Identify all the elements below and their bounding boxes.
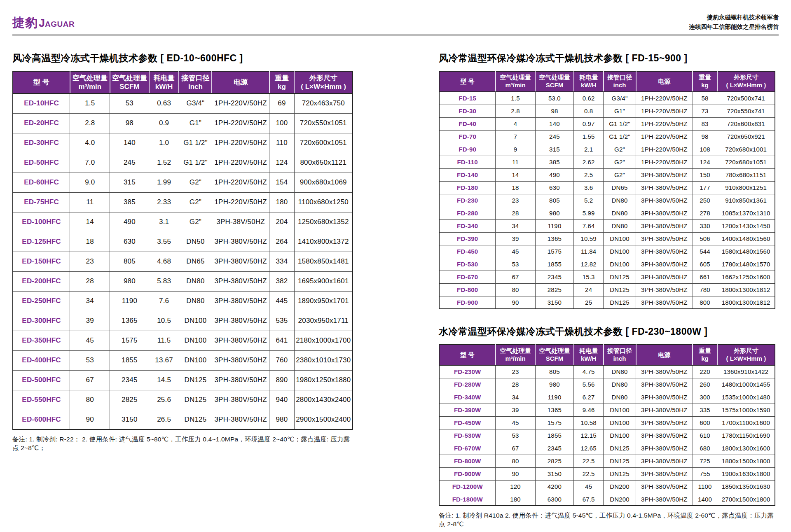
model-cell: FD-800W xyxy=(439,455,496,467)
value-cell: 2030x950x1711 xyxy=(294,311,353,331)
value-cell: 3PH-380V/50HZ xyxy=(212,232,269,252)
right-column: 风冷常温型环保冷媒冷冻式干燥机技术参数 [ FD-15~900 ] 型 号空气处… xyxy=(439,52,775,529)
value-cell: 90 xyxy=(496,467,535,480)
column-header: 电源 xyxy=(636,71,693,92)
value-cell: 2700x1500x1800 xyxy=(717,493,775,506)
value-cell: 2380x1010x1730 xyxy=(294,350,353,370)
value-cell: 2.8 xyxy=(70,113,110,133)
column-header: 空气处理量SCFM xyxy=(110,71,149,93)
value-cell: 1855 xyxy=(535,258,574,271)
table-row: FD-390W3913659.46DN1003PH-380V/50HZ33515… xyxy=(439,404,775,416)
table-row: FD-230W238054.75DN803PH-380V/50HZ2201360… xyxy=(439,365,775,378)
value-cell: DN125 xyxy=(604,296,636,309)
brand-logo-chinese: 捷豹 xyxy=(12,14,38,31)
table-row: ED-150HFC238054.68DN653PH-380V/50HZ33415… xyxy=(13,252,353,271)
value-cell: 3PH-380V/50HZ xyxy=(212,331,269,350)
model-cell: FD-30 xyxy=(439,105,496,117)
model-cell: ED-150HFC xyxy=(13,252,70,271)
value-cell: DN100 xyxy=(179,331,212,350)
value-cell: 23 xyxy=(496,194,535,207)
value-cell: 1PH-220V/50HZ xyxy=(636,117,693,130)
table-row: FD-80080282524DN1253PH-380V/50HZ7801800x… xyxy=(439,283,775,296)
table-row: FD-110113852.62G2"1PH-220V/50HZ124720x68… xyxy=(439,156,775,168)
value-cell: 3PH-380V/50HZ xyxy=(636,391,693,404)
table-row: ED-75HFC113852.33G2"1PH-220V/50HZ1801100… xyxy=(13,192,353,212)
model-cell: FD-450W xyxy=(439,416,496,429)
value-cell: 385 xyxy=(110,192,149,212)
model-cell: ED-20HFC xyxy=(13,113,70,133)
value-cell: 39 xyxy=(70,311,110,331)
value-cell: 5.99 xyxy=(574,207,604,219)
value-cell: 150 xyxy=(693,168,717,181)
value-cell: G1 1/2" xyxy=(604,130,636,143)
value-cell: 45 xyxy=(70,331,110,350)
value-cell: 1190 xyxy=(535,391,574,404)
value-cell: 278 xyxy=(693,207,717,219)
value-cell: 910x850x1361 xyxy=(717,194,775,207)
value-cell: 1780x1150x1690 xyxy=(717,429,775,442)
value-cell: 605 xyxy=(693,258,717,271)
value-cell: 1365 xyxy=(110,311,149,331)
value-cell: 13.67 xyxy=(149,350,179,370)
value-cell: G2" xyxy=(179,192,212,212)
table-row: FD-7072451.55G1 1/2"1PH-220V/50HZ98720x6… xyxy=(439,130,775,143)
value-cell: 600 xyxy=(693,416,717,429)
value-cell: 23 xyxy=(70,252,110,271)
value-cell: 3PH-380V/50HZ xyxy=(636,283,693,296)
value-cell: 805 xyxy=(535,365,574,378)
value-cell: 890 xyxy=(269,370,294,390)
value-cell: 2180x1000x1700 xyxy=(294,331,353,350)
value-cell: 1850x1350x1630 xyxy=(717,480,775,493)
value-cell: 1PH-220V/50HZ xyxy=(212,133,269,153)
brand-logo-latin-initial: J xyxy=(39,17,45,30)
model-cell: FD-280 xyxy=(439,207,496,219)
value-cell: 720x550x741 xyxy=(717,105,775,117)
value-cell: 1580x1480x1560 xyxy=(717,245,775,258)
value-cell: 3PH-380V/50HZ xyxy=(636,404,693,416)
table-row: ED-400HFC53185513.67DN1003PH-380V/50HZ76… xyxy=(13,350,353,370)
table-row: FD-9093152.1G2"1PH-220V/50HZ108720x680x1… xyxy=(439,143,775,156)
value-cell: DN100 xyxy=(179,311,212,331)
value-cell: 108 xyxy=(693,143,717,156)
value-cell: 720x463x750 xyxy=(294,93,353,113)
value-cell: 1.99 xyxy=(149,173,179,192)
value-cell: DN100 xyxy=(604,258,636,271)
value-cell: DN125 xyxy=(604,271,636,283)
table-title-fd-watercooled: 水冷常温型环保冷媒冷冻式干燥机技术参数 [ FD-230~1800W ] xyxy=(439,325,775,338)
value-cell: 204 xyxy=(269,212,294,232)
table-row: FD-180186303.6DN653PH-380V/50HZ177910x80… xyxy=(439,181,775,194)
value-cell: 330 xyxy=(693,219,717,232)
header-tagline: 捷豹永磁螺杆机技术领军者 连续四年工信部能效之星排名榜首 xyxy=(689,13,779,31)
value-cell: 7 xyxy=(496,130,535,143)
value-cell: 80 xyxy=(496,283,535,296)
table-row: FD-230238055.2DN803PH-380V/50HZ250910x85… xyxy=(439,194,775,207)
table-row: FD-280W289805.56DN803PH-380V/50HZ2601480… xyxy=(439,378,775,391)
value-cell: 315 xyxy=(535,143,574,156)
value-cell: G2" xyxy=(179,212,212,232)
value-cell: 1085x1370x1310 xyxy=(717,207,775,219)
value-cell: 3PH-380V/50HZ xyxy=(636,416,693,429)
value-cell: 1365 xyxy=(535,404,574,416)
table-row: ED-200HFC289805.83DN803PH-380V/50HZ38216… xyxy=(13,271,353,291)
value-cell: DN100 xyxy=(604,245,636,258)
value-cell: 0.62 xyxy=(574,92,604,105)
header-row: 型 号空气处理量m³/min空气处理量SCFM耗电量kW/H接管口径inch电源… xyxy=(439,345,775,365)
table-row: ED-125HFC186303.55DN503PH-380V/50HZ26414… xyxy=(13,232,353,252)
column-header: 外形尺寸( L×W×Hmm ) xyxy=(294,71,353,93)
value-cell: 3PH-380V/50HZ xyxy=(636,455,693,467)
value-cell: 800 xyxy=(693,296,717,309)
value-cell: 3PH-380V/50HZ xyxy=(636,296,693,309)
table-row: ED-550HFC80282525.6DN1253PH-380V/50HZ940… xyxy=(13,390,353,410)
value-cell: 760 xyxy=(269,350,294,370)
table-row: FD-39039136510.59DN1003PH-380V/50HZ50614… xyxy=(439,232,775,245)
value-cell: 98 xyxy=(110,113,149,133)
value-cell: 1100 xyxy=(693,480,717,493)
column-header: 重量kg xyxy=(693,345,717,365)
value-cell: 3PH-380V/50HZ xyxy=(636,219,693,232)
value-cell: 154 xyxy=(269,173,294,192)
value-cell: 28 xyxy=(496,207,535,219)
model-cell: FD-140 xyxy=(439,168,496,181)
value-cell: G2" xyxy=(604,156,636,168)
value-cell: 9.46 xyxy=(574,404,604,416)
table-row: FD-302.8980.8G1"1PH-220V/50HZ73720x550x7… xyxy=(439,105,775,117)
